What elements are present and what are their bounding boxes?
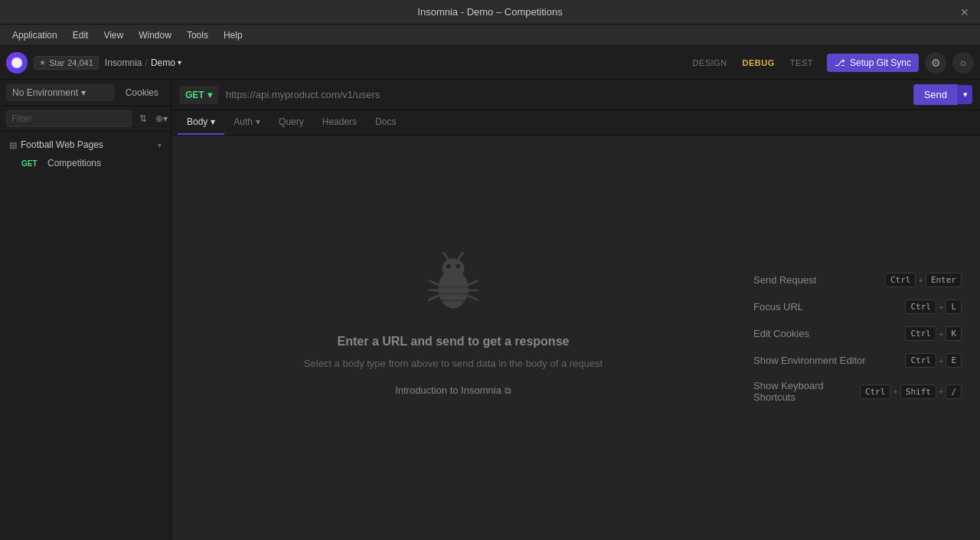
url-input[interactable] [223,86,909,103]
key-1-0: Ctrl [905,299,936,314]
breadcrumb-root[interactable]: Insomnia [105,57,142,68]
intro-link[interactable]: Introduction to Insomnia ⧉ [395,385,511,396]
method-chevron-icon: ▾ [207,90,212,100]
empty-subtitle: Select a body type from above to send da… [304,358,603,369]
settings-icon: ⚙ [931,57,941,69]
svg-line-9 [469,280,478,284]
filter-row: ⇅ ⊕ ▾ [0,106,171,132]
shortcut-keys-2: Ctrl+K [905,326,962,341]
breadcrumb-current[interactable]: Demo ▾ [151,57,181,68]
breadcrumb-separator: / [145,57,148,68]
shortcut-keys-4: Ctrl+Shift+/ [860,385,962,399]
git-sync-icon: ⎇ [835,57,845,68]
add-chevron-icon: ▾ [163,113,168,124]
git-sync-label: Setup Git Sync [850,57,911,68]
request-area: GET ▾ Send ▾ Body ▾ Auth ▾ Query He [172,80,980,540]
collection-chevron-icon: ▾ [158,141,162,149]
tab-docs-label: Docs [375,116,396,127]
breadcrumb: Insomnia / Demo ▾ [105,57,181,68]
key-2-2: K [946,326,962,341]
logo [6,52,28,74]
svg-line-8 [430,296,439,299]
close-button[interactable]: ✕ [959,6,971,18]
key-3-0: Ctrl [905,353,936,368]
logo-inner [11,57,22,68]
svg-point-3 [456,264,460,268]
tab-query-label: Query [279,116,304,127]
key-3-2: E [946,353,962,368]
shortcuts-panel: Send RequestCtrl+EnterFocus URLCtrl+LEdi… [735,136,980,540]
shortcut-row-4: Show Keyboard ShortcutsCtrl+Shift+/ [753,380,962,403]
filter-sort-button[interactable]: ⇅ [135,110,152,127]
svg-point-2 [446,264,450,268]
menu-view[interactable]: View [97,28,129,43]
send-button[interactable]: Send [913,84,958,105]
tab-docs[interactable]: Docs [366,110,405,135]
menu-edit[interactable]: Edit [67,28,95,43]
menu-application[interactable]: Application [6,28,64,43]
svg-line-6 [430,280,439,284]
filter-add-button[interactable]: ⊕ ▾ [153,110,170,127]
tab-body-chevron-icon: ▾ [211,116,215,127]
git-sync-button[interactable]: ⎇ Setup Git Sync [827,54,919,72]
shortcut-row-2: Edit CookiesCtrl+K [753,326,962,341]
key-1-2: L [946,299,962,314]
sidebar: No Environment ▾ Cookies ⇅ ⊕ ▾ ▤ Footbal… [0,80,172,540]
collection-name: Football Web Pages [21,139,154,150]
menu-tools[interactable]: Tools [181,28,214,43]
intro-link-label: Introduction to Insomnia [395,385,501,396]
mode-test[interactable]: TEST [782,55,821,70]
key-4-2: Shift [900,385,936,399]
breadcrumb-chevron-icon: ▾ [178,58,181,67]
method-badge-get: GET [21,159,43,168]
mode-design[interactable]: DESIGN [684,55,734,70]
key-0-0: Ctrl [885,273,916,287]
content-area: Enter a URL and send to get a response S… [172,136,980,540]
key-0-2: Enter [926,273,962,287]
shortcut-label-4: Show Keyboard Shortcuts [753,380,860,403]
shortcut-label-1: Focus URL [753,301,803,313]
env-label: No Environment [12,87,78,98]
svg-line-4 [443,253,448,259]
tab-headers-label: Headers [322,116,357,127]
tab-auth[interactable]: Auth ▾ [224,110,270,135]
shortcut-row-0: Send RequestCtrl+Enter [753,273,962,287]
collection-folder-icon: ▤ [9,140,17,150]
tab-body[interactable]: Body ▾ [178,110,224,135]
star-icon: ★ [39,58,46,67]
add-icon: ⊕ [155,113,163,124]
url-bar: GET ▾ Send ▾ [172,80,980,110]
collection-header[interactable]: ▤ Football Web Pages ▾ [3,136,168,154]
key-4-0: Ctrl [860,385,891,399]
mode-debug[interactable]: DEBUG [735,55,782,70]
send-dropdown-button[interactable]: ▾ [958,85,972,104]
breadcrumb-current-label: Demo [151,57,175,68]
star-badge[interactable]: ★ Star 24,041 [34,56,99,70]
request-name-competitions: Competitions [47,158,101,169]
request-item-competitions[interactable]: GET Competitions [3,155,168,172]
tab-query[interactable]: Query [270,110,313,135]
tab-auth-label: Auth [234,116,253,127]
shortcut-row-1: Focus URLCtrl+L [753,299,962,314]
key-2-0: Ctrl [905,326,936,341]
svg-point-1 [443,259,465,278]
key-plus-3-1: + [938,356,944,365]
mode-selector: DESIGN DEBUG TEST [684,55,821,70]
method-selector[interactable]: GET ▾ [179,86,218,104]
bug-icon [419,249,488,318]
svg-line-11 [469,296,478,299]
menu-window[interactable]: Window [132,28,178,43]
shortcut-label-3: Show Environment Editor [753,355,866,366]
tab-headers[interactable]: Headers [313,110,366,135]
cookies-button[interactable]: Cookies [119,84,165,101]
method-label: GET [185,90,204,100]
key-plus-0-1: + [917,276,923,285]
settings-button[interactable]: ⚙ [925,52,946,74]
main-layout: No Environment ▾ Cookies ⇅ ⊕ ▾ ▤ Footbal… [0,80,980,540]
menu-help[interactable]: Help [217,28,249,43]
shortcut-keys-1: Ctrl+L [905,299,962,314]
filter-actions: ⇅ ⊕ ▾ [135,110,170,127]
filter-input[interactable] [6,110,132,127]
user-button[interactable]: ○ [952,52,974,74]
environment-selector[interactable]: No Environment ▾ [6,84,115,101]
